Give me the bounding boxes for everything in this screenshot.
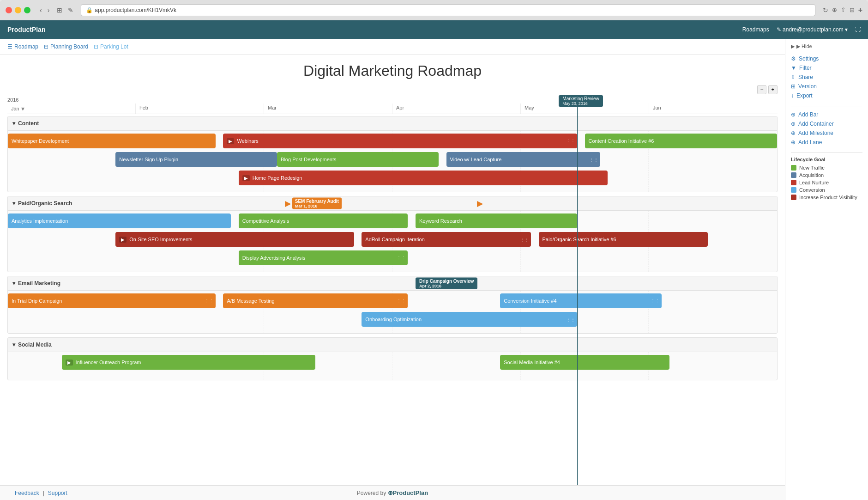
legend-conversion: Conversion [791,187,862,193]
bar-display-adv[interactable]: Display Advertising Analysis ⋮⋮ [239,250,408,265]
footer-wrapper: Feedback | Support Powered by ⊕ ProductP… [7,489,778,496]
bar-ab-testing[interactable]: A/B Message Testing ⋮⋮ [223,293,408,308]
hide-toggle[interactable]: ▶ ▶ Hide [791,43,862,49]
bar-webinars[interactable]: ▶ Webinars ⋮⋮ [223,134,577,148]
add-bar-item[interactable]: ⊕ Add Bar [791,110,862,119]
window-icon: ⊞ [57,6,62,14]
sidebar-divider1 [791,106,862,106]
bar-analytics[interactable]: Analytics Implementation [8,213,231,228]
fullscreen-icon[interactable]: ⛶ [855,26,861,33]
expand-icon3: ▶ [119,237,127,243]
share-icon[interactable]: ⇧ [841,6,846,13]
bar-influencer[interactable]: ▶ Influencer Outreach Program [62,355,316,370]
milestone-marketing-review: Marketing Review May 20, 2016 [577,95,603,107]
roadmap-nav: ☰ Roadmap ⊟ Planning Board ⊡ Parking Lot [0,39,785,55]
bar-homepage[interactable]: ▶ Home Page Redesign [239,171,608,185]
sidebar-settings-section: ⚙ Settings ▼ Filter ⇧ Share ⊞ Version [791,54,862,100]
back-button[interactable]: ‹ [38,6,44,15]
roadmap-tab[interactable]: ☰ Roadmap [7,43,38,50]
jan-dropdown[interactable]: ▾ [21,105,24,112]
collapse-icon: ▾ [12,120,15,127]
expand-icon: ▶ [227,138,234,144]
swimlane-content: ▾ Content [7,116,778,192]
content-row-3: ▶ Home Page Redesign [8,171,777,187]
forward-button[interactable]: › [46,6,52,15]
legend-section: Lifecycle Goal New Traffic Acquisition L… [791,157,862,200]
month-apr: Apr [392,104,521,114]
support-link[interactable]: Support [48,490,67,496]
swimlane-paid-search: ▾ Paid/Organic Search ▶ SEM February Aud… [7,196,778,272]
bar-competitive[interactable]: Competitive Analysis [239,213,408,228]
filter-item[interactable]: ▼ Filter [791,63,862,73]
refresh-icon[interactable]: ↻ [823,6,828,14]
add-milestone-item[interactable]: ⊕ Add Milestone [791,128,862,138]
browser-window: ‹ › ⊞ ✎ 🔒 app.productplan.com/KH1VmkVk ↻… [0,0,868,500]
add-container-icon: ⊕ [791,121,796,127]
header-right: Roadmaps ✎ andre@productplan.com ▾ ⛶ [742,26,861,33]
swimlane-social-header[interactable]: ▾ Social Media [8,338,777,352]
planning-board-tab[interactable]: ⊟ Planning Board [44,43,88,50]
share-item[interactable]: ⇧ Share [791,73,862,82]
bar-whitepaper[interactable]: Whitepaper Development [8,134,216,148]
zoom-in-button[interactable]: + [768,85,778,94]
maximize-button[interactable] [24,7,30,13]
version-icon: ⊞ [791,83,796,90]
legend-dot-acquisition [791,172,796,178]
bar-conversion-initiative[interactable]: Conversion Initiative #4 ⋮⋮ [500,293,662,308]
new-tab-icon[interactable]: ⊞ [850,6,855,13]
brand-name: ProductPlan [393,489,428,496]
parking-lot-tab[interactable]: ⊡ Parking Lot [94,43,128,50]
filter-icon: ▼ [791,65,796,71]
settings-item[interactable]: ⚙ Settings [791,54,862,63]
bar-blog-post[interactable]: Blog Post Developments [277,152,439,167]
legend-title: Lifecycle Goal [791,157,862,162]
milestone-sem: ▶ SEM February Audit Mar 1, 2016 [285,198,342,209]
bar-trial-drip[interactable]: In Trial Drip Campaign ⋮⋮ [8,293,216,308]
year-label: 2016 [7,96,778,104]
email-row-2: Onboarding Optimization ⋮⋮ [8,312,777,329]
roadmaps-link[interactable]: Roadmaps [742,26,769,33]
swimlane-social: ▾ Social Media [7,337,778,380]
bar-social-initiative[interactable]: Social Media Initiative #4 [500,355,669,370]
feedback-link[interactable]: Feedback [15,490,39,496]
add-lane-item[interactable]: ⊕ Add Lane [791,138,862,147]
bar-paid-initiative[interactable]: Paid/Organic Search Initiative #6 [539,232,708,247]
resize-handle6: ⋮⋮ [397,299,406,304]
minimize-button[interactable] [15,7,21,13]
hide-arrow-icon: ▶ [791,43,795,49]
nav-buttons: ‹ › [38,6,51,15]
swimlane-content-header[interactable]: ▾ Content [8,116,777,131]
expand-icon2: ▶ [242,175,250,181]
puzzle-icon: ⊕ [832,6,837,13]
sidebar: ▶ ▶ Hide ⚙ Settings ▼ Filter ⇧ Share [785,39,868,500]
email-row-1: In Trial Drip Campaign ⋮⋮ A/B Message Te… [8,293,777,310]
user-menu[interactable]: ✎ andre@productplan.com ▾ [777,26,848,33]
close-button[interactable] [6,7,12,13]
add-container-item[interactable]: ⊕ Add Container [791,119,862,128]
resize-handle5: ⋮⋮ [205,299,214,304]
bar-onboarding[interactable]: Onboarding Optimization ⋮⋮ [362,312,577,327]
resize-handle: ⋮⋮ [566,139,575,144]
milestone-drip: Drip Campaign Overview Apr 2, 2016 [416,278,477,289]
resize-handle8: ⋮⋮ [566,317,575,322]
url-text: app.productplan.com/KH1VmkVk [95,7,176,13]
version-item[interactable]: ⊞ Version [791,82,862,91]
export-item[interactable]: ↓ Export [791,91,862,100]
swimlane-paid-header[interactable]: ▾ Paid/Organic Search ▶ SEM February Aud… [8,196,777,211]
swimlane-email-header[interactable]: ▾ Email Marketing Drip Campaign Overview… [8,276,777,291]
traffic-lights [6,7,30,13]
bar-onsite-seo[interactable]: ▶ On-Site SEO Improvements [115,232,354,247]
share-browser-icon: ✎ [68,6,73,14]
swimlane-social-body: ▶ Influencer Outreach Program Social Med… [8,352,777,380]
paid-row-3: Display Advertising Analysis ⋮⋮ [8,250,777,267]
bar-adroll[interactable]: AdRoll Campaign Iteration ⋮⋮ [362,232,531,247]
address-bar[interactable]: 🔒 app.productplan.com/KH1VmkVk [81,4,815,16]
powered-by-text: Powered by [357,490,386,496]
app-logo: ProductPlan [7,26,45,33]
bar-content-creation[interactable]: Content Creation Initiative #6 [585,134,778,148]
bar-keyword[interactable]: Keyword Research [416,213,577,228]
bar-newsletter[interactable]: Newsletter Sign Up Plugin [115,152,277,167]
zoom-out-button[interactable]: − [757,85,766,94]
timeline-container[interactable]: − + 2016 Jan ▾ Feb Mar Ap [0,83,785,485]
plus-tab-icon[interactable]: + [858,6,862,14]
